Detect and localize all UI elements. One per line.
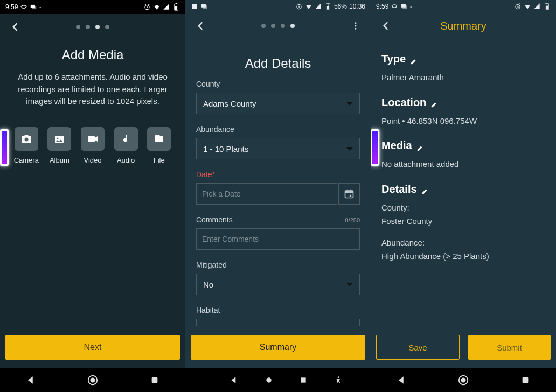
section-value: Palmer Amaranth [381, 71, 545, 85]
heading-text: Location [381, 96, 426, 109]
accent-tab [371, 129, 379, 166]
stepper-dot-active [95, 25, 100, 29]
habitat-select[interactable]: In a Crop Field [196, 319, 360, 326]
nav-back[interactable] [15, 368, 47, 392]
page-subtext: Add up to 6 attachments. Audio and video… [11, 71, 175, 108]
content: Type Palmer Amaranth Location Point • 46… [371, 39, 556, 326]
field-label: Comments 0/250 [196, 215, 360, 224]
nav-home[interactable] [447, 368, 479, 392]
nav-back[interactable] [385, 368, 418, 392]
nav-recent[interactable] [138, 368, 171, 392]
nav-recent[interactable] [287, 368, 319, 392]
abundance-select[interactable]: 1 - 10 Plants [196, 138, 360, 159]
more-button[interactable] [345, 15, 366, 37]
accent-tab [0, 129, 9, 166]
save-button[interactable]: Save [376, 335, 460, 360]
nav-home[interactable] [77, 368, 109, 392]
nav-accessibility[interactable] [322, 368, 355, 392]
stepper-dot [281, 24, 285, 28]
page-title: Add Details [196, 56, 360, 71]
heading-text: Details [381, 183, 417, 195]
next-button[interactable]: Next [5, 335, 180, 360]
county-select[interactable]: Adams County [196, 93, 360, 114]
signal-icon [533, 3, 541, 10]
battery-icon [324, 3, 332, 10]
alarm-icon [295, 3, 303, 10]
status-bar: 56% 10:36 [185, 0, 371, 13]
nav-recent[interactable] [509, 368, 541, 392]
svg-point-22 [355, 28, 357, 30]
detail-val: High Abundance (> 25 Plants) [381, 249, 545, 263]
wifi-icon [524, 3, 531, 10]
summary-button[interactable]: Summary [191, 335, 365, 360]
screen-add-details: 56% 10:36 Add Details County Adams Count… [185, 0, 371, 392]
svg-point-6 [24, 137, 28, 141]
edit-icon[interactable] [410, 55, 418, 63]
svg-point-11 [91, 378, 94, 382]
svg-rect-1 [32, 6, 36, 9]
audio-icon [114, 127, 138, 151]
android-nav-bar [185, 368, 371, 392]
label-text: Comments [196, 215, 233, 224]
stepper [76, 25, 109, 29]
android-nav-bar [371, 368, 556, 392]
nav-home[interactable] [253, 368, 285, 392]
svg-rect-25 [347, 190, 348, 192]
edit-icon[interactable] [416, 142, 424, 150]
media-tile-file[interactable]: File [143, 127, 175, 164]
comments-input[interactable]: Enter Comments [196, 228, 360, 250]
field-abundance: Abundance 1 - 10 Plants [196, 125, 360, 159]
calendar-button[interactable] [338, 183, 360, 205]
back-button[interactable] [375, 15, 397, 37]
field-label: County [196, 80, 360, 88]
summary-type: Type Palmer Amaranth [381, 53, 545, 85]
select-value: 1 - 10 Plants [203, 144, 248, 153]
back-button[interactable] [190, 15, 211, 37]
field-label: Abundance [196, 125, 360, 134]
chevron-down-icon [346, 147, 353, 151]
nav-back[interactable] [218, 368, 250, 392]
detail-key: County: [381, 201, 545, 215]
media-tiles-row: Camera Album Video Audio File [11, 127, 175, 164]
mitigated-select[interactable]: No [196, 274, 360, 295]
field-mitigated: Mitigated No [196, 261, 360, 295]
media-tile-audio[interactable]: Audio [110, 127, 142, 164]
page-title: Add Media [11, 47, 175, 62]
heading-text: Media [381, 139, 412, 152]
section-heading: Location [381, 96, 545, 109]
detail-val: Foster County [381, 214, 545, 228]
field-label: Date* [196, 170, 360, 179]
content: Add Media Add up to 6 attachments. Audio… [0, 40, 185, 326]
edit-icon[interactable] [421, 185, 429, 193]
svg-point-8 [57, 137, 59, 139]
media-tile-album[interactable]: Album [44, 127, 75, 164]
date-input[interactable]: Pick a Date [196, 183, 337, 205]
status-bar: 9:59 • [0, 0, 185, 14]
status-bar: 9:59 • [371, 0, 556, 13]
action-bar: Next [0, 326, 185, 368]
signal-icon [315, 3, 322, 10]
media-tile-camera[interactable]: Camera [11, 127, 42, 164]
svg-rect-26 [351, 190, 352, 192]
signal-icon [163, 3, 170, 11]
svg-point-21 [355, 25, 357, 27]
select-value: Adams County [203, 99, 256, 108]
svg-rect-36 [546, 3, 548, 3]
alarm-icon [514, 3, 522, 10]
svg-rect-35 [546, 6, 548, 10]
edit-icon[interactable] [430, 99, 438, 106]
placeholder: Pick a Date [202, 190, 241, 198]
action-bar: Summary [185, 326, 371, 368]
stepper-dot [86, 25, 90, 29]
placeholder: Enter Comments [202, 235, 259, 243]
field-date: Date* Pick a Date [196, 170, 360, 205]
submit-button[interactable]: Submit [468, 335, 551, 360]
stepper-dot [105, 25, 109, 29]
summary-location: Location Point • 46.853N 096.754W [381, 96, 545, 128]
back-button[interactable] [4, 16, 26, 38]
media-tile-video[interactable]: Video [77, 127, 108, 164]
section-heading: Details [381, 183, 545, 195]
tile-label: Video [84, 156, 101, 164]
stepper-dot [261, 24, 266, 28]
svg-rect-5 [176, 3, 177, 4]
